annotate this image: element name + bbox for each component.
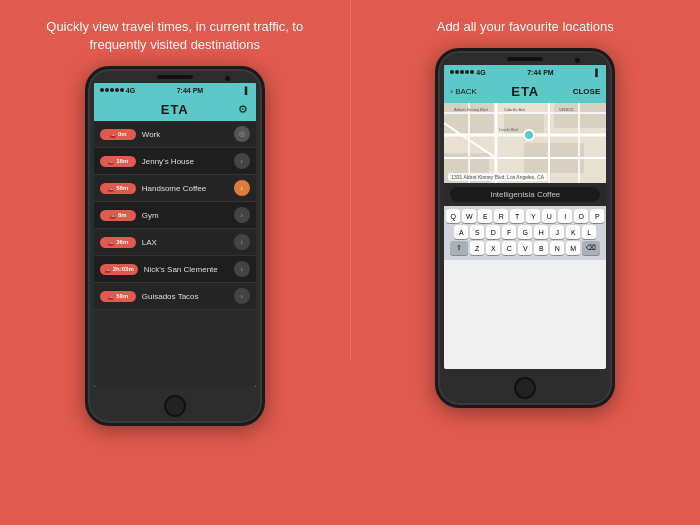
speaker-left [157, 75, 193, 79]
key-y[interactable]: Y [526, 209, 540, 223]
car-icon-2: 🚗 [107, 185, 114, 192]
key-n[interactable]: N [550, 241, 564, 255]
time-left: 7:44 PM [177, 87, 203, 94]
app-title-right: ETA [511, 84, 539, 99]
key-delete[interactable]: ⌫ [582, 241, 600, 255]
time-badge-1: 🚗 18m [100, 156, 136, 167]
key-g[interactable]: G [518, 225, 532, 239]
key-h[interactable]: H [534, 225, 548, 239]
key-u[interactable]: U [542, 209, 556, 223]
left-panel: Quickly view travel times, in current tr… [0, 0, 350, 525]
eta-list: 🚗 0m Work ◎ 🚗 18m Jenny's House › [94, 121, 256, 387]
car-icon-0: 🚗 [109, 131, 116, 138]
dest-5: Nick's San Clemente [144, 265, 234, 274]
list-item[interactable]: 🚗 18m Jenny's House › [94, 148, 256, 175]
svg-text:Cabrillo Ave: Cabrillo Ave [504, 107, 526, 112]
key-q[interactable]: Q [446, 209, 460, 223]
time-5: 2h:03m [113, 266, 134, 272]
speaker-right [507, 57, 543, 61]
key-r[interactable]: R [494, 209, 508, 223]
time-2: 58m [116, 185, 128, 191]
close-button[interactable]: CLOSE [573, 87, 601, 96]
svg-text:Lincoln Blvd: Lincoln Blvd [499, 128, 518, 132]
phone-top-right [442, 51, 608, 65]
app-title-left: ETA [161, 102, 189, 117]
key-z[interactable]: Z [470, 241, 484, 255]
time-badge-2: 🚗 58m [100, 183, 136, 194]
arrow-3: › [234, 207, 250, 223]
time-badge-6: 🚗 59m [100, 291, 136, 302]
app-header-left: ETA ⚙ [94, 97, 256, 121]
list-item[interactable]: 🚗 0m Work ◎ [94, 121, 256, 148]
key-x[interactable]: X [486, 241, 500, 255]
car-icon-1: 🚗 [107, 158, 114, 165]
list-item[interactable]: 🚗 59m Guisados Tacos › [94, 283, 256, 310]
svg-point-18 [524, 130, 534, 140]
car-icon-4: 🚗 [107, 239, 114, 246]
key-e[interactable]: E [478, 209, 492, 223]
status-bar-left: 4G 7:44 PM ▌ [94, 83, 256, 97]
key-b[interactable]: B [534, 241, 548, 255]
car-icon-3: 🚗 [109, 212, 116, 219]
map-svg: Abbott Kinney Blvd Cabrillo Ave VENICE L… [444, 103, 606, 183]
keyboard-row-1: Q W E R T Y U I O P [446, 209, 604, 223]
right-tagline: Add all your favourite locations [417, 18, 634, 36]
key-s[interactable]: S [470, 225, 484, 239]
car-icon-6: 🚗 [107, 293, 114, 300]
time-badge-3: 🚗 8m [100, 210, 136, 221]
time-badge-4: 🚗 36m [100, 237, 136, 248]
key-o[interactable]: O [574, 209, 588, 223]
key-t[interactable]: T [510, 209, 524, 223]
left-screen: 4G 7:44 PM ▌ ETA ⚙ 🚗 0m Work ◎ [94, 83, 256, 387]
key-l[interactable]: L [582, 225, 596, 239]
key-i[interactable]: I [558, 209, 572, 223]
list-item[interactable]: 🚗 36m LAX › [94, 229, 256, 256]
gear-icon[interactable]: ⚙ [238, 103, 248, 116]
key-m[interactable]: M [566, 241, 580, 255]
svg-text:Abbott Kinney Blvd: Abbott Kinney Blvd [454, 107, 488, 112]
key-k[interactable]: K [566, 225, 580, 239]
home-button-left[interactable] [164, 395, 186, 417]
back-button[interactable]: ‹ BACK [450, 87, 477, 96]
right-screen: 4G 7:44 PM ▌ ‹ BACK ETA CLOSE [444, 65, 606, 369]
key-shift[interactable]: ⇧ [450, 241, 468, 255]
key-c[interactable]: C [502, 241, 516, 255]
status-bar-right: 4G 7:44 PM ▌ [444, 65, 606, 79]
search-box[interactable]: Intelligentsia Coffee [450, 187, 600, 202]
status-left: 4G [100, 87, 135, 94]
phone-bottom-left [92, 387, 258, 423]
list-item[interactable]: 🚗 2h:03m Nick's San Clemente › [94, 256, 256, 283]
time-0: 0m [118, 131, 127, 137]
dest-4: LAX [142, 238, 234, 247]
arrow-0: ◎ [234, 126, 250, 142]
time-4: 36m [116, 239, 128, 245]
arrow-1: › [234, 153, 250, 169]
keyboard: Q W E R T Y U I O P A S D F G H [444, 206, 606, 260]
arrow-5: › [234, 261, 250, 277]
search-area: Intelligentsia Coffee [444, 183, 606, 206]
battery-right: ▌ [595, 69, 600, 76]
keyboard-row-3: ⇧ Z X C V B N M ⌫ [446, 241, 604, 255]
key-a[interactable]: A [454, 225, 468, 239]
keyboard-row-2: A S D F G H J K L [446, 225, 604, 239]
network-label-r: 4G [476, 69, 485, 76]
network-label: 4G [126, 87, 135, 94]
key-f[interactable]: F [502, 225, 516, 239]
map-address: 1331 Abbot Kinney Blvd, Los Angeles, CA [448, 173, 547, 181]
status-left-r: 4G [450, 69, 485, 76]
home-button-right[interactable] [514, 377, 536, 399]
key-p[interactable]: P [590, 209, 604, 223]
arrow-2: › [234, 180, 250, 196]
key-v[interactable]: V [518, 241, 532, 255]
list-item[interactable]: 🚗 58m Handsome Coffee › [94, 175, 256, 202]
search-value: Intelligentsia Coffee [490, 190, 560, 199]
list-item[interactable]: 🚗 8m Gym › [94, 202, 256, 229]
phone-bottom-right [442, 369, 608, 405]
phone-top-left [92, 69, 258, 83]
camera-right [575, 58, 580, 63]
key-d[interactable]: D [486, 225, 500, 239]
key-w[interactable]: W [462, 209, 476, 223]
key-j[interactable]: J [550, 225, 564, 239]
map-area: Abbott Kinney Blvd Cabrillo Ave VENICE L… [444, 103, 606, 183]
arrow-6: › [234, 288, 250, 304]
